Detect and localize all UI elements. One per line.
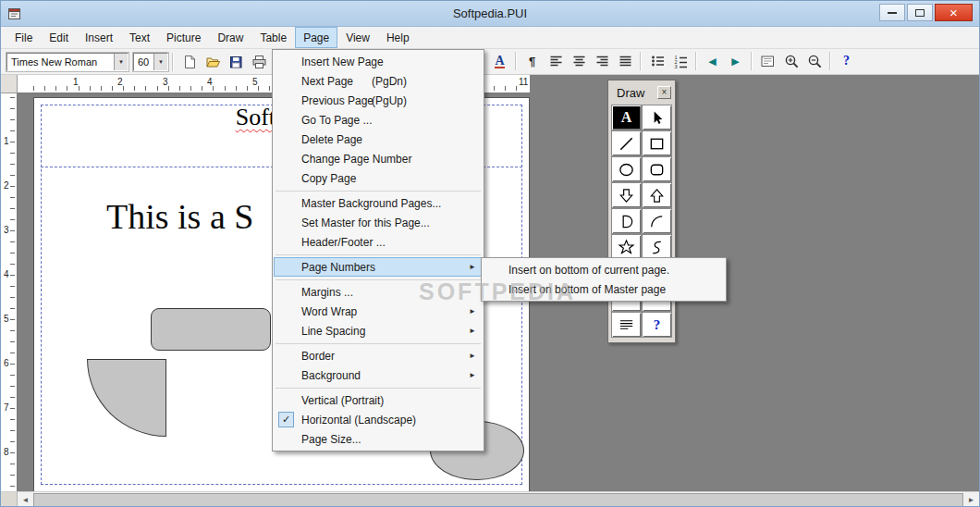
menu-item-line-spacing[interactable]: Line Spacing► (274, 321, 483, 340)
zoom-out-button[interactable] (803, 51, 825, 71)
print-button[interactable] (248, 52, 269, 72)
menu-insert[interactable]: Insert (77, 27, 121, 48)
menu-item-set-master[interactable]: Set Master for this Page... (274, 213, 483, 232)
palette-close-button[interactable]: × (657, 86, 671, 99)
page-view-button[interactable] (757, 51, 778, 71)
arrow-down-tool-button[interactable] (611, 182, 642, 208)
maximize-button[interactable] (907, 4, 933, 21)
menu-item-horizontal-landscape[interactable]: ✓Horizontal (Landscape) (274, 410, 483, 429)
scroll-right-button[interactable]: ► (963, 492, 979, 507)
line-tool-button[interactable] (611, 130, 642, 156)
paragraph-icon: ¶ (529, 55, 535, 68)
menu-table[interactable]: Table (251, 27, 295, 48)
numbered-list-button[interactable]: 123 (669, 51, 691, 71)
window-title: Softpedia.PUI (1, 6, 979, 20)
align-right-button[interactable] (591, 51, 612, 71)
menu-separator (276, 279, 481, 280)
font-style-button[interactable]: A (489, 51, 510, 71)
menu-item-previous-page[interactable]: Previous Page(PgUp) (274, 91, 483, 110)
close-button[interactable]: × (935, 4, 973, 21)
checkmark-icon: ✓ (278, 412, 294, 427)
star-tool-button[interactable] (611, 234, 642, 260)
font-name-combo[interactable]: Times New Roman ▼ (6, 53, 129, 71)
menu-item-go-to-page[interactable]: Go To Page ... (274, 110, 483, 130)
numbered-list-icon: 123 (673, 54, 688, 68)
rounded-rectangle-tool-button[interactable] (642, 156, 672, 182)
ellipse-icon (618, 161, 635, 179)
menu-item-next-page[interactable]: Next Page(PgDn) (274, 71, 483, 91)
pointer-tool-button[interactable] (642, 105, 672, 130)
app-icon (7, 6, 22, 21)
menu-text[interactable]: Text (121, 27, 158, 48)
help-button[interactable]: ? (836, 51, 857, 71)
maximize-icon (915, 9, 925, 17)
toolbar-separator (640, 52, 642, 70)
submenu-item-insert-bottom-current[interactable]: Insert on bottom of current page. (483, 260, 725, 279)
draw-palette-titlebar[interactable]: Draw × (608, 80, 675, 105)
font-style-icon: A (495, 55, 504, 68)
menu-item-page-numbers[interactable]: Page Numbers► (274, 257, 483, 277)
rectangle-tool-button[interactable] (642, 130, 672, 156)
menu-item-vertical-portrait[interactable]: Vertical (Portrait) (274, 390, 483, 410)
zoom-in-button[interactable] (780, 51, 802, 71)
ellipse-tool-button[interactable] (611, 156, 642, 182)
bullet-list-button[interactable] (646, 51, 668, 71)
submenu-item-insert-bottom-master[interactable]: Insert on bottom of Master page (483, 279, 725, 299)
scroll-left-button[interactable]: ◄ (18, 492, 33, 507)
half-ellipse-tool-button[interactable] (611, 208, 642, 234)
arrow-up-tool-button[interactable] (642, 182, 672, 208)
submenu-arrow-icon: ► (469, 371, 476, 379)
text-tool-button[interactable]: A (611, 105, 642, 130)
menu-item-page-size[interactable]: Page Size... (274, 429, 483, 449)
next-page-button[interactable]: ▶ (725, 51, 746, 71)
arc-tool-button[interactable] (642, 208, 672, 234)
draw-palette-title: Draw (617, 86, 644, 100)
menu-item-header-footer[interactable]: Header/Footer ... (274, 232, 483, 252)
palette-help-button[interactable]: ? (642, 312, 672, 338)
menu-item-master-background-pages[interactable]: Master Background Pages... (274, 193, 483, 213)
menu-separator (276, 254, 481, 255)
save-button[interactable] (225, 52, 246, 72)
previous-page-button[interactable]: ◀ (702, 51, 723, 71)
rounded-rectangle-shape[interactable] (151, 308, 271, 351)
open-button[interactable] (202, 52, 223, 72)
quarter-pie-shape[interactable] (87, 359, 166, 437)
paragraph-marks-button[interactable]: ¶ (521, 51, 543, 71)
menu-help[interactable]: Help (378, 27, 418, 48)
menu-edit[interactable]: Edit (41, 27, 77, 48)
text-lines-tool-button[interactable] (611, 312, 642, 338)
menu-item-change-page-number[interactable]: Change Page Number (274, 149, 483, 168)
scrollbar-corner (1, 492, 18, 507)
menu-item-copy-page[interactable]: Copy Page (274, 168, 483, 188)
minimize-button[interactable] (879, 4, 905, 21)
previous-page-icon: ◀ (708, 56, 716, 68)
menu-item-delete-page[interactable]: Delete Page (274, 130, 483, 149)
font-name-dropdown-icon[interactable]: ▼ (114, 54, 128, 70)
menu-page[interactable]: Page (295, 27, 337, 48)
menu-item-insert-new-page[interactable]: Insert New Page (274, 52, 483, 71)
title-bar: Softpedia.PUI × (1, 1, 979, 27)
menu-item-word-wrap[interactable]: Word Wrap► (274, 302, 483, 321)
menu-item-border[interactable]: Border► (274, 346, 483, 365)
scrollbar-thumb[interactable] (33, 493, 963, 507)
zoom-in-icon (784, 54, 799, 68)
curve-tool-button[interactable] (642, 234, 672, 260)
scroll-left-icon: ◄ (22, 496, 30, 504)
menu-file[interactable]: File (6, 27, 41, 48)
new-document-button[interactable] (178, 52, 200, 72)
align-center-button[interactable] (568, 51, 589, 71)
menu-item-background[interactable]: Background► (274, 365, 483, 385)
font-size-combo[interactable]: 60 ▼ (133, 53, 168, 71)
shortcut-label: (PgUp) (372, 94, 407, 107)
document-body-text: This is a S (106, 196, 253, 237)
help-icon: ? (843, 54, 850, 68)
menu-item-margins[interactable]: Margins ... (274, 282, 483, 302)
align-justify-button[interactable] (614, 51, 635, 71)
align-center-icon (571, 54, 586, 68)
font-size-dropdown-icon[interactable]: ▼ (153, 54, 167, 70)
svg-text:3: 3 (674, 64, 677, 68)
align-left-button[interactable] (545, 51, 566, 71)
menu-picture[interactable]: Picture (158, 27, 209, 48)
menu-view[interactable]: View (337, 27, 378, 48)
menu-draw[interactable]: Draw (209, 27, 251, 48)
